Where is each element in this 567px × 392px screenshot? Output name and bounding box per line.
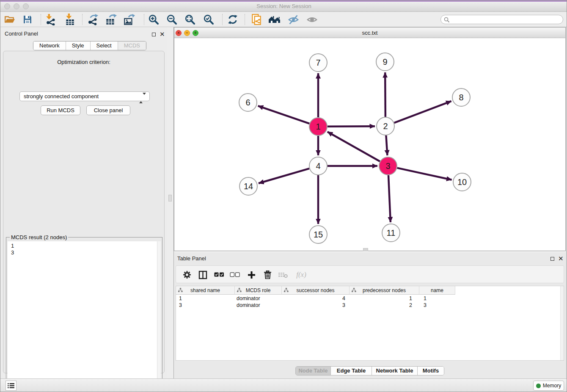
toolbar-separator — [222, 14, 223, 25]
list-icon — [8, 383, 14, 389]
open-session-icon[interactable] — [3, 13, 17, 26]
export-table-icon[interactable] — [104, 13, 118, 26]
column-header-name[interactable]: name — [419, 286, 455, 295]
graph-node-label-15: 15 — [314, 230, 323, 239]
column-settings-icon[interactable] — [180, 268, 194, 282]
save-session-icon[interactable] — [20, 13, 35, 26]
mcds-result-text-area[interactable]: 13 — [8, 241, 161, 392]
export-network-icon[interactable] — [85, 13, 100, 26]
add-row-icon[interactable] — [245, 268, 258, 282]
tab-edge-table[interactable]: Edge Table — [331, 367, 372, 375]
column-header-shared-name[interactable]: shared name — [176, 286, 235, 295]
toolbar-separator — [82, 14, 83, 25]
float-panel-icon[interactable] — [152, 33, 156, 36]
search-box[interactable] — [440, 15, 563, 24]
graph-edge-4-14[interactable] — [259, 168, 309, 183]
table-panel-title: Table Panel — [177, 255, 206, 262]
delete-row-icon[interactable] — [261, 268, 274, 282]
control-panel-tabs: NetworkStyleSelectMCDS — [33, 41, 146, 50]
select-stepper-icon — [139, 94, 146, 102]
toolbar-separator — [245, 14, 245, 25]
select-all-rows-icon[interactable] — [212, 268, 226, 282]
mcds-result-group: MCDS result (2 nodes) 13 — [6, 237, 162, 392]
close-panel-icon[interactable]: ✕ — [558, 256, 564, 261]
table-panel-tabs: Node TableEdge TableNetwork TableMotifs — [295, 366, 444, 375]
graph-node-label-10: 10 — [457, 177, 467, 187]
splitter-handle[interactable] — [168, 195, 172, 202]
clone-network-icon[interactable] — [249, 13, 264, 26]
network-view-window: × − + scc.txt 7968124314101511 — [174, 27, 566, 251]
network-window-titlebar: × − + scc.txt — [174, 28, 565, 38]
homes-icon[interactable] — [267, 13, 282, 26]
tab-network[interactable]: Network — [33, 41, 66, 50]
control-panel-title: Control Panel — [5, 30, 38, 37]
graph-edge-1-2[interactable] — [328, 126, 375, 127]
column-header-successor-nodes[interactable]: successor nodes — [282, 286, 350, 295]
unselect-all-rows-icon[interactable] — [228, 268, 242, 282]
table-cell[interactable]: 1 — [419, 295, 455, 302]
graph-node-label-9: 9 — [383, 57, 387, 66]
import-table-icon[interactable] — [63, 13, 77, 26]
close-panel-icon[interactable]: ✕ — [160, 32, 165, 36]
tab-network-table[interactable]: Network Table — [372, 367, 418, 375]
graph-node-label-4: 4 — [316, 161, 320, 171]
float-panel-icon[interactable] — [550, 257, 554, 261]
zoom-selected-icon[interactable] — [201, 13, 216, 26]
table-row[interactable]: 3dominator323 — [176, 302, 455, 309]
optimization-criterion-select[interactable]: strongly connected component — [19, 91, 150, 101]
graph-edge-2-9[interactable] — [385, 72, 385, 117]
memory-button[interactable]: Memory — [533, 381, 564, 391]
import-network-icon[interactable] — [43, 13, 58, 26]
task-history-button[interactable] — [6, 381, 17, 391]
status-bar: Memory — [0, 378, 567, 392]
tab-node-table[interactable]: Node Table — [296, 367, 331, 375]
table-cell[interactable]: 3 — [176, 302, 235, 309]
table-cell[interactable]: 1 — [350, 295, 419, 302]
table-cell[interactable]: 2 — [350, 302, 419, 309]
table-cell[interactable]: dominator — [235, 295, 282, 302]
table-header-row: shared nameMCDS rolesuccessor nodesprede… — [176, 286, 455, 295]
run-mcds-button[interactable]: Run MCDS — [41, 105, 80, 115]
hide-graphics-details-icon[interactable] — [286, 13, 300, 26]
graph-edge-2-8[interactable] — [394, 101, 451, 123]
column-header-predecessor-nodes[interactable]: predecessor nodes — [350, 286, 419, 295]
fit-content-icon[interactable] — [183, 13, 197, 26]
splitter-handle[interactable] — [363, 248, 368, 251]
tab-motifs[interactable]: Motifs — [418, 367, 444, 375]
network-canvas-svg[interactable]: 7968124314101511 — [174, 38, 566, 251]
zoom-out-icon[interactable] — [165, 13, 179, 26]
show-graphics-details-icon[interactable] — [305, 13, 319, 26]
table-cell[interactable]: 4 — [282, 295, 350, 302]
network-window-title: scc.txt — [174, 30, 565, 36]
tab-style[interactable]: Style — [66, 41, 91, 50]
tab-select[interactable]: Select — [91, 41, 118, 50]
graph-edge-2-3[interactable] — [386, 135, 387, 155]
optimization-criterion-label: Optimization criterion: — [3, 59, 164, 65]
table-cell[interactable]: 3 — [282, 302, 350, 309]
refresh-view-icon[interactable] — [226, 13, 240, 26]
tab-mcds[interactable]: MCDS — [118, 41, 146, 50]
node-table: shared nameMCDS rolesuccessor nodesprede… — [176, 286, 564, 361]
result-scrollbar[interactable] — [157, 241, 161, 392]
mcds-panel-body: Optimization criterion: strongly connect… — [3, 51, 165, 373]
window-accent-strip — [0, 0, 567, 2]
table-row[interactable]: 1dominator411 — [176, 295, 455, 302]
search-input[interactable] — [451, 16, 560, 23]
export-image-icon[interactable] — [122, 13, 136, 26]
table-cell[interactable]: 3 — [419, 302, 455, 309]
table-cell[interactable]: dominator — [235, 302, 282, 309]
show-column-panel-icon[interactable] — [196, 268, 209, 282]
graph-edge-3-10[interactable] — [397, 168, 451, 180]
graph-edge-3-1[interactable] — [328, 132, 380, 161]
vertical-splitter[interactable] — [167, 27, 174, 378]
table-cell[interactable]: 1 — [176, 295, 235, 302]
graph-node-label-1: 1 — [316, 122, 320, 131]
graph-edge-3-11[interactable] — [388, 175, 391, 222]
close-panel-button[interactable]: Close panel — [86, 105, 130, 115]
zoom-in-icon[interactable] — [146, 13, 161, 26]
control-panel: Control Panel ✕ NetworkStyleSelectMCDS O… — [0, 27, 167, 378]
column-header-MCDS-role[interactable]: MCDS role — [235, 286, 282, 295]
table-scrollbar[interactable] — [560, 286, 564, 360]
graph-node-label-7: 7 — [316, 58, 320, 67]
graph-edge-1-6[interactable] — [258, 106, 310, 124]
